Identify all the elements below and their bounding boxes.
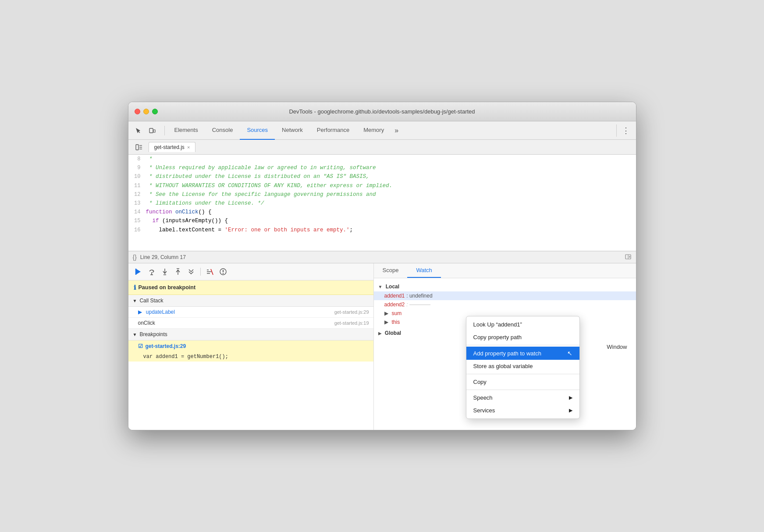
ctx-sep-2	[466, 374, 579, 374]
ctx-copy[interactable]: Copy	[466, 376, 579, 388]
svg-rect-2	[136, 145, 139, 150]
breakpoint-file: get-started.js:29	[146, 343, 186, 349]
scope-item-addend2: addend2 : ————	[374, 300, 636, 309]
file-tab-close[interactable]: ×	[187, 145, 190, 150]
ctx-services[interactable]: Services ▶	[466, 404, 579, 417]
ctx-store-global[interactable]: Store as global variable	[466, 360, 579, 372]
ctx-copy-path[interactable]: Copy property path	[466, 331, 579, 344]
file-tab-name: get-started.js	[154, 144, 185, 150]
services-arrow-icon: ▶	[569, 408, 572, 413]
toolbar-divider	[616, 124, 617, 137]
code-editor: 8 * 9 * Unless required by applicable la…	[128, 155, 636, 251]
maximize-button[interactable]	[152, 109, 158, 114]
step-button[interactable]	[185, 266, 197, 277]
code-line-16: 16 label.textContent = 'Error: one or bo…	[128, 226, 636, 234]
cs-name-0: updateLabel	[146, 309, 175, 315]
tab-bar: Elements Console Sources Network Perform…	[167, 121, 615, 140]
ctx-lookup[interactable]: Look Up “addend1”	[466, 318, 579, 331]
code-line-9: 9 * Unless required by applicable law or…	[128, 163, 636, 172]
status-right-icon	[625, 253, 632, 262]
divider	[164, 126, 165, 135]
more-tabs-icon[interactable]: »	[391, 121, 402, 140]
call-stack-item-1[interactable]: onClick get-started.js:19	[128, 318, 373, 329]
code-line-15: 15 if (inputsAreEmpty()) {	[128, 216, 636, 225]
sidebar-toggle-icon[interactable]	[133, 141, 145, 153]
titlebar: DevTools - googlechrome.github.io/devtoo…	[128, 102, 636, 121]
tab-watch[interactable]: Watch	[407, 263, 441, 278]
minimize-button[interactable]	[143, 109, 149, 114]
code-line-10: 10 * distributed under the License is di…	[128, 172, 636, 181]
window-title: DevTools - googlechrome.github.io/devtoo…	[135, 108, 630, 115]
status-bar: {} Line 29, Column 17	[128, 251, 636, 263]
breakpoint-title: ☑ get-started.js:29	[138, 343, 369, 349]
deactivate-breakpoints-button[interactable]	[204, 266, 216, 277]
code-line-13: 13 * limitations under the License. */	[128, 199, 636, 208]
traffic-lights	[135, 109, 158, 114]
code-line-11: 11 * WITHOUT WARRANTIES OR CONDITIONS OF…	[128, 181, 636, 190]
code-line-12: 12 * See the License for the specific la…	[128, 190, 636, 199]
inspect-icon[interactable]	[132, 124, 144, 137]
tab-performance[interactable]: Performance	[310, 121, 356, 140]
tab-sources[interactable]: Sources	[240, 121, 275, 140]
resume-button[interactable]	[133, 266, 144, 277]
cs-file-1: get-started.js:19	[334, 320, 369, 326]
tab-network[interactable]: Network	[275, 121, 310, 140]
local-label: Local	[386, 284, 399, 290]
tab-console[interactable]: Console	[205, 121, 240, 140]
cursor-position: Line 29, Column 17	[140, 254, 186, 260]
device-icon[interactable]	[146, 124, 158, 137]
toolbar-end: ⋮	[615, 124, 633, 137]
ctx-speech[interactable]: Speech ▶	[466, 391, 579, 404]
status-left: {} Line 29, Column 17	[133, 254, 186, 261]
tab-scope[interactable]: Scope	[374, 263, 408, 278]
svg-rect-1	[153, 130, 155, 132]
devtools-toolbar: Elements Console Sources Network Perform…	[128, 121, 636, 140]
scope-content: ▼ Local addend1 : undefined addend2 : ——…	[374, 278, 636, 430]
svg-point-22	[222, 273, 223, 274]
ctx-sep-3	[466, 390, 579, 390]
breakpoints-label: Breakpoints	[139, 331, 167, 337]
left-panel: ℹ Paused on breakpoint ▼ Call Stack ▶ up…	[128, 263, 374, 430]
ctx-add-watch[interactable]: Add property path to watch ↖	[466, 347, 579, 360]
breakpoint-checkbox[interactable]: ☑	[138, 343, 143, 349]
close-button[interactable]	[135, 109, 140, 114]
ctx-services-label: Services	[473, 407, 495, 414]
scope-local-section: ▼ Local	[374, 282, 636, 291]
ctx-store-global-label: Store as global variable	[473, 363, 533, 369]
ctx-add-watch-label: Add property path to watch	[473, 350, 541, 357]
ctx-copy-label: Copy	[473, 379, 487, 385]
bottom-panel: ℹ Paused on breakpoint ▼ Call Stack ▶ up…	[128, 263, 636, 430]
file-tab-get-started[interactable]: get-started.js ×	[149, 142, 196, 152]
file-tab-row: get-started.js ×	[128, 140, 636, 155]
devtools-window: DevTools - googlechrome.github.io/devtoo…	[128, 102, 636, 430]
active-arrow-icon: ▶	[138, 309, 142, 315]
step-out-button[interactable]	[172, 266, 184, 277]
more-options-icon[interactable]: ⋮	[620, 124, 633, 137]
code-line-8: 8 *	[128, 155, 636, 163]
panel-tabs: Scope Watch	[374, 263, 636, 278]
breakpoints-header[interactable]: ▼ Breakpoints	[128, 329, 373, 340]
step-into-button[interactable]	[159, 266, 171, 277]
ctx-lookup-label: Look Up “addend1”	[473, 321, 522, 328]
right-panel: Scope Watch ▼ Local addend1 : undefined …	[374, 263, 636, 430]
svg-marker-8	[136, 269, 141, 274]
step-over-button[interactable]	[146, 266, 157, 277]
tab-memory[interactable]: Memory	[356, 121, 391, 140]
call-stack-label: Call Stack	[139, 298, 163, 304]
local-triangle-icon: ▼	[378, 284, 383, 289]
pause-on-exceptions-button[interactable]	[217, 266, 229, 277]
scope-item-addend1: addend1 : undefined	[374, 291, 636, 300]
tab-elements[interactable]: Elements	[167, 121, 205, 140]
breakpoint-item-0: ☑ get-started.js:29	[128, 340, 373, 352]
cs-name-1: onClick	[138, 320, 155, 326]
call-stack-item-0[interactable]: ▶ updateLabel get-started.js:29	[128, 307, 373, 318]
cursor-icon: ↖	[567, 350, 572, 357]
pause-info: ℹ Paused on breakpoint	[128, 280, 373, 295]
call-stack-header[interactable]: ▼ Call Stack	[128, 295, 373, 307]
debug-toolbar	[128, 263, 373, 280]
breakpoint-code: var addend1 = getNumber1();	[128, 352, 373, 362]
global-triangle-icon: ▶	[378, 331, 382, 336]
speech-arrow-icon: ▶	[569, 395, 572, 401]
triangle-down-icon: ▼	[133, 298, 137, 303]
info-icon: ℹ	[134, 284, 136, 291]
